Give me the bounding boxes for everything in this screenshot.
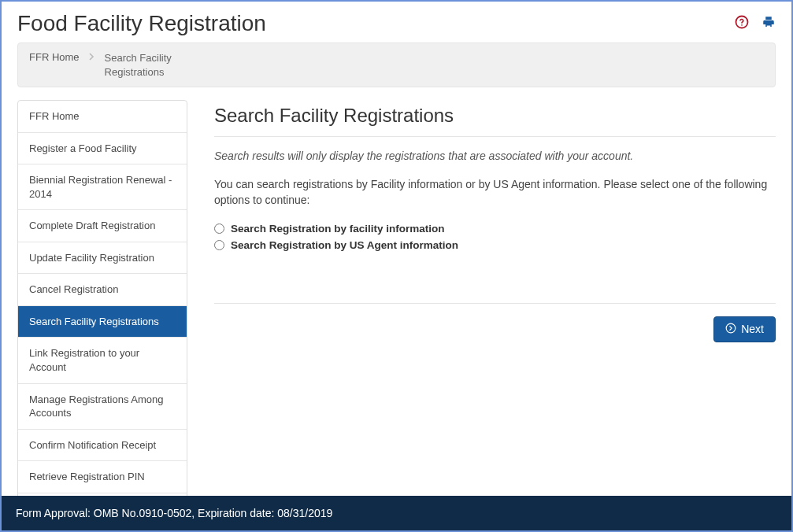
sidebar-item-confirm-notification[interactable]: Confirm Notification Receipt <box>18 430 187 462</box>
breadcrumb: FFR Home Search Facility Registrations <box>17 42 776 87</box>
sidebar-item-manage-registrations[interactable]: Manage Registrations Among Accounts <box>18 384 187 430</box>
main-panel: Search Facility Registrations Search res… <box>214 100 776 496</box>
intro-plain-text: You can search registrations by Facility… <box>214 176 776 209</box>
radio-input-facility[interactable] <box>214 224 224 234</box>
radio-label-facility[interactable]: Search Registration by facility informat… <box>231 223 445 235</box>
print-icon[interactable] <box>762 15 776 32</box>
arrow-right-icon <box>725 323 736 336</box>
footer: Form Approval: OMB No.0910-0502, Expirat… <box>2 496 791 530</box>
footer-text: Form Approval: OMB No.0910-0502, Expirat… <box>16 507 332 519</box>
action-divider <box>214 303 776 304</box>
radio-option-us-agent[interactable]: Search Registration by US Agent informat… <box>214 239 776 251</box>
page-title: Food Facility Registration <box>17 11 266 36</box>
sidebar-item-register-food-facility[interactable]: Register a Food Facility <box>18 133 187 165</box>
svg-point-1 <box>726 323 736 333</box>
chevron-right-icon <box>89 51 95 63</box>
sidebar-item-search-facility[interactable]: Search Facility Registrations <box>18 306 187 338</box>
sidebar-item-ffr-home[interactable]: FFR Home <box>18 101 187 133</box>
sidebar-item-update-facility[interactable]: Update Facility Registration <box>18 242 187 275</box>
sidebar-item-biennial-renewal[interactable]: Biennial Registration Renewal - 2014 <box>18 164 187 210</box>
heading-divider <box>214 136 776 137</box>
sidebar-nav: FFR Home Register a Food Facility Bienni… <box>17 100 187 496</box>
next-button[interactable]: Next <box>713 316 776 342</box>
breadcrumb-current: Search Facility Registrations <box>105 51 191 79</box>
sidebar-item-retrieve-pin[interactable]: Retrieve Registration PIN <box>18 461 187 493</box>
radio-input-us-agent[interactable] <box>214 240 224 250</box>
intro-italic-text: Search results will only display the reg… <box>214 150 776 162</box>
help-icon[interactable] <box>735 15 749 32</box>
main-heading: Search Facility Registrations <box>214 105 776 127</box>
header-toolbar <box>735 15 776 32</box>
next-button-label: Next <box>741 323 764 335</box>
breadcrumb-root[interactable]: FFR Home <box>29 51 80 63</box>
radio-label-us-agent[interactable]: Search Registration by US Agent informat… <box>231 239 458 251</box>
radio-option-facility[interactable]: Search Registration by facility informat… <box>214 223 776 235</box>
sidebar-item-link-registration[interactable]: Link Registration to your Account <box>18 338 187 383</box>
sidebar-item-complete-draft[interactable]: Complete Draft Registration <box>18 210 187 242</box>
sidebar-item-cancel-registration[interactable]: Cancel Registration <box>18 274 187 306</box>
